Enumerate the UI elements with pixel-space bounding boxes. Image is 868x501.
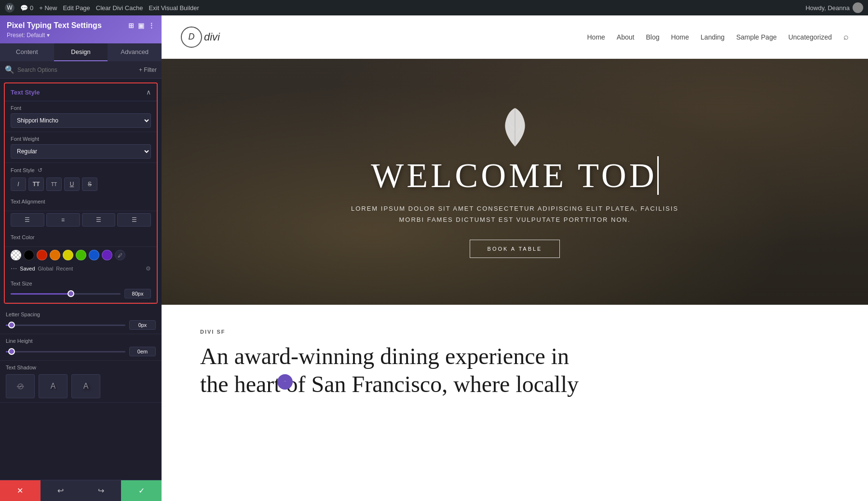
color-purple[interactable]: [102, 250, 112, 260]
hero-section: WELCOME TOD LOREM IPSUM DOLOR SIT AMET C…: [162, 59, 868, 305]
search-icon[interactable]: ⌕: [843, 32, 849, 42]
color-red[interactable]: [37, 250, 47, 260]
color-green[interactable]: [76, 250, 86, 260]
nav-home2[interactable]: Home: [671, 33, 689, 41]
letter-spacing-track: [6, 325, 125, 326]
line-height-input[interactable]: 0em: [129, 347, 156, 356]
text-shadow-preset-none[interactable]: ⊘: [6, 374, 35, 398]
font-style-reset-icon[interactable]: ↺: [38, 167, 42, 174]
color-black[interactable]: [24, 250, 34, 260]
font-style-buttons: I TT TT U S: [5, 176, 157, 195]
edit-page-link[interactable]: Edit Page: [63, 4, 90, 12]
nav-home[interactable]: Home: [587, 33, 605, 41]
content-area: D divi Home About Blog Home Landing Samp…: [162, 15, 868, 501]
letter-spacing-thumb[interactable]: [8, 322, 15, 328]
letter-spacing-input[interactable]: 0px: [129, 320, 156, 330]
font-select[interactable]: Shippori Mincho: [11, 113, 151, 128]
line-height-fill: [6, 351, 12, 352]
recent-colors-tab[interactable]: Recent: [56, 266, 73, 271]
color-orange[interactable]: [50, 250, 60, 260]
text-alignment-label: Text Alignment: [11, 199, 151, 204]
wp-logo[interactable]: W: [5, 3, 14, 13]
text-alignment-field: Text Alignment: [5, 195, 157, 211]
shadow-preview-2: A: [83, 382, 89, 391]
align-left-button[interactable]: ☰: [11, 213, 44, 227]
eyedropper-button[interactable]: 🖊: [115, 250, 125, 260]
sidebar-title-icons: ⊞ ▣ ⋮: [128, 22, 155, 29]
line-height-slider-row: 0em: [6, 347, 156, 356]
color-transparent[interactable]: [11, 250, 21, 260]
expand-icon[interactable]: ▣: [138, 22, 144, 29]
menu-icon[interactable]: ⋮: [148, 22, 155, 29]
search-bar: 🔍 + Filter: [0, 61, 162, 79]
nav-sample[interactable]: Sample Page: [736, 33, 777, 41]
line-height-section: Line Height 0em: [0, 334, 162, 361]
filter-button[interactable]: + Filter: [139, 67, 157, 73]
letter-spacing-slider-row: 0px: [6, 320, 156, 330]
purple-overlay-circle[interactable]: ···: [277, 374, 293, 390]
font-field: Font Shippori Mincho: [5, 101, 157, 132]
nav-links: Home About Blog Home Landing Sample Page…: [587, 32, 849, 42]
saved-colors-tab[interactable]: Saved: [20, 266, 35, 271]
font-weight-select[interactable]: Regular: [11, 144, 151, 159]
main-area: Pixel Typing Text Settings ⊞ ▣ ⋮ Preset:…: [0, 15, 868, 501]
award-winning-text: An award-winning dining experience in th…: [200, 342, 829, 398]
text-size-thumb[interactable]: [68, 290, 74, 297]
font-label: Font: [11, 105, 151, 111]
search-icon: 🔍: [5, 65, 14, 74]
hero-title: WELCOME TOD: [371, 156, 658, 196]
align-justify-button[interactable]: ☰: [117, 213, 151, 227]
italic-button[interactable]: I: [11, 177, 26, 191]
redo-button[interactable]: ↪: [81, 480, 122, 501]
minimize-icon[interactable]: ⊞: [128, 22, 134, 29]
nav-blog[interactable]: Blog: [646, 33, 659, 41]
text-size-field: Text Size 80px: [5, 277, 157, 303]
global-colors-tab[interactable]: Global: [38, 266, 54, 271]
align-center-button[interactable]: ≡: [46, 213, 80, 227]
comment-icon: 💬: [20, 4, 28, 12]
comments-link[interactable]: 💬 0: [20, 4, 33, 12]
section-collapse-icon[interactable]: ∧: [146, 88, 151, 96]
comment-count: 0: [30, 4, 33, 12]
color-blue[interactable]: [89, 250, 99, 260]
text-size-label: Text Size: [11, 281, 151, 286]
strikethrough-button[interactable]: S: [82, 177, 97, 191]
color-tabs: ··· Saved Global Recent ⚙: [5, 263, 157, 277]
admin-bar-right: Howdy, Deanna: [805, 2, 863, 13]
more-colors-icon[interactable]: ···: [11, 264, 17, 273]
undo-button[interactable]: ↩: [41, 480, 81, 501]
color-swatches: 🖊: [5, 247, 157, 263]
cancel-button[interactable]: ✕: [0, 480, 41, 501]
alignment-buttons: ☰ ≡ ☰ ☰: [5, 211, 157, 230]
text-shadow-preset-1[interactable]: A: [39, 374, 68, 398]
site-logo: D divi: [181, 27, 220, 48]
search-input[interactable]: [17, 67, 136, 73]
text-shadow-preset-2[interactable]: A: [71, 374, 100, 398]
new-link[interactable]: + New: [39, 4, 57, 12]
color-settings-icon[interactable]: ⚙: [146, 265, 151, 272]
site-nav: D divi Home About Blog Home Landing Samp…: [162, 15, 868, 59]
exit-builder-link[interactable]: Exit Visual Builder: [149, 4, 199, 12]
book-table-button[interactable]: BOOK A TABLE: [470, 240, 560, 258]
tab-content[interactable]: Content: [0, 43, 54, 61]
line-height-thumb[interactable]: [8, 348, 15, 355]
award-text-line1: An award-winning dining experience in: [200, 342, 829, 370]
award-text-line2: the heart of San Francisco, where locall…: [200, 370, 829, 398]
text-size-input[interactable]: 80px: [124, 289, 151, 298]
nav-uncategorized[interactable]: Uncategorized: [788, 33, 832, 41]
uppercase-button[interactable]: TT: [46, 177, 62, 191]
clear-cache-link[interactable]: Clear Divi Cache: [96, 4, 143, 12]
preset-selector[interactable]: Preset: Default ▾: [7, 32, 155, 39]
underline-button[interactable]: U: [64, 177, 80, 191]
nav-landing[interactable]: Landing: [701, 33, 725, 41]
text-style-header[interactable]: Text Style ∧: [5, 83, 157, 101]
hero-leaf-icon: [498, 106, 532, 151]
bold-button[interactable]: TT: [28, 177, 44, 191]
align-right-button[interactable]: ☰: [82, 213, 116, 227]
tab-advanced[interactable]: Advanced: [108, 43, 162, 61]
nav-about[interactable]: About: [617, 33, 635, 41]
text-color-label: Text Color: [11, 234, 151, 240]
color-yellow[interactable]: [63, 250, 73, 260]
save-button[interactable]: ✓: [121, 480, 162, 501]
tab-design[interactable]: Design: [54, 43, 108, 61]
